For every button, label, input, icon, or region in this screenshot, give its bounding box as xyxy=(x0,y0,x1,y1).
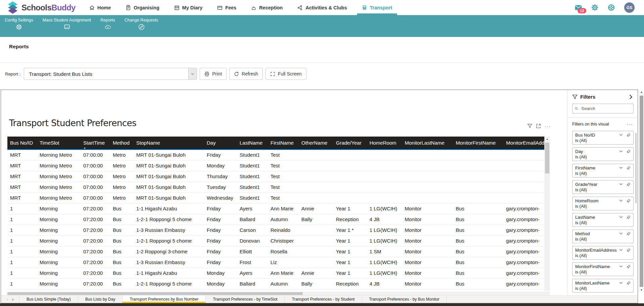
subnav-item-config-settings[interactable]: Config Settings xyxy=(4,15,34,40)
eraser-icon[interactable] xyxy=(627,248,631,252)
column-header-bus-no-id[interactable]: Bus No/ID xyxy=(7,137,37,149)
scroll-down-icon[interactable]: ▼ xyxy=(639,288,644,293)
visual-filter-icon[interactable] xyxy=(527,123,532,129)
column-header-homeroom[interactable]: HomeRoom xyxy=(367,137,402,149)
column-header-monitoremailaddress[interactable]: MonitorEmailAddress xyxy=(503,137,544,149)
user-avatar[interactable]: GS xyxy=(624,2,635,13)
scroll-up-icon[interactable]: ▲ xyxy=(639,90,644,95)
print-button[interactable]: Print xyxy=(200,68,227,80)
filters-more-options[interactable]: ··· xyxy=(627,123,633,125)
nav-item-organising[interactable]: Organising xyxy=(126,0,159,15)
table-vertical-scrollbar[interactable]: ▲ xyxy=(544,137,550,291)
filters-search-input[interactable] xyxy=(581,106,631,111)
focus-mode-icon[interactable] xyxy=(536,123,541,129)
table-scroll-thumb[interactable] xyxy=(545,143,549,173)
filter-card-firstname[interactable]: FirstNameis (All) xyxy=(572,164,634,177)
refresh-button[interactable]: Refresh xyxy=(229,68,263,80)
messages-button[interactable]: 13 xyxy=(575,4,582,11)
filter-condition: is (All) xyxy=(575,204,631,209)
tab-label: Transport Preferences - by TimeSlot xyxy=(213,297,277,302)
nav-item-fees[interactable]: Fees xyxy=(217,0,236,15)
cell-othername xyxy=(299,225,333,236)
subnav-item-reports[interactable]: Reports xyxy=(100,15,116,40)
tab-transport-preferences-by-timeslot[interactable]: Transport Preferences - by TimeSlot xyxy=(206,296,285,303)
chevron-down-icon[interactable] xyxy=(619,216,623,218)
nav-item-transport[interactable]: Transport xyxy=(362,0,392,15)
tab-bus-lists-simple-today[interactable]: Bus Lists Simple (Today) xyxy=(19,296,78,303)
eraser-icon[interactable] xyxy=(627,166,631,170)
help-button[interactable] xyxy=(608,4,615,11)
filter-card-monitorlastname[interactable]: MonitorLastNameis (All) xyxy=(572,279,634,293)
filters-scroll-thumb[interactable] xyxy=(635,133,637,203)
filter-card-grade-year[interactable]: Grade/Yearis (All) xyxy=(572,180,634,194)
filters-search-box[interactable] xyxy=(572,104,634,113)
column-header-starttime[interactable]: StartTime▲ xyxy=(81,137,110,149)
cell-monitoremailaddress xyxy=(503,150,544,160)
eraser-icon[interactable] xyxy=(627,182,631,187)
chevron-down-icon[interactable] xyxy=(619,282,623,284)
collapse-filters-icon[interactable] xyxy=(628,94,634,100)
brand-logo[interactable]: SchoolsBuddy xyxy=(6,1,76,14)
eraser-icon[interactable] xyxy=(627,215,631,219)
column-header-monitorfirstname[interactable]: MonitorFirstName xyxy=(453,137,503,149)
tab-transport-preferences-by-student[interactable]: Transport Preferences - by Student xyxy=(285,296,362,303)
cell-timeslot: Morning xyxy=(37,204,81,214)
chevron-down-icon[interactable] xyxy=(619,265,623,268)
subnav-item-mass-student-assignment[interactable]: Mass Student Assignment xyxy=(42,15,92,40)
column-header-stopname[interactable]: StopName xyxy=(134,137,204,149)
filter-card-monitoremailaddress[interactable]: MonitorEmailAddressis (All) xyxy=(572,246,634,260)
column-header-method[interactable]: Method xyxy=(110,137,134,149)
filter-card-monitorfirstname[interactable]: MonitorFirstNameis (All) xyxy=(572,262,634,276)
column-header-grade-year[interactable]: Grade/Year xyxy=(333,137,367,149)
column-header-othername[interactable]: OtherName xyxy=(299,137,333,149)
tab-prev-icon[interactable]: ‹ xyxy=(6,296,8,303)
subnav-item-change-requests[interactable]: Change Requests xyxy=(124,15,159,40)
fullscreen-button[interactable]: Full Screen xyxy=(265,68,306,80)
chevron-down-icon[interactable] xyxy=(619,166,623,169)
cell-monitorfirstname xyxy=(453,161,503,171)
column-header-firstname[interactable]: FirstName xyxy=(268,137,299,149)
eraser-icon[interactable] xyxy=(627,199,631,203)
filter-field-name: LastName xyxy=(575,215,595,220)
filter-condition: is (All) xyxy=(575,270,631,274)
nav-item-home[interactable]: Home xyxy=(89,0,111,15)
chevron-down-icon[interactable] xyxy=(619,199,623,202)
eraser-icon[interactable] xyxy=(627,281,631,285)
nav-item-reception[interactable]: Reception xyxy=(251,0,283,15)
chevron-down-icon[interactable] xyxy=(619,134,623,136)
table-horizontal-scrollbar[interactable] xyxy=(7,292,550,295)
tab-next-icon[interactable]: › xyxy=(12,296,14,303)
filter-card-method[interactable]: Methodis (All) xyxy=(572,230,634,243)
cell-grade-year: Year 1 xyxy=(333,204,367,214)
page-scrollbar[interactable]: ▲ ▼ xyxy=(639,90,644,293)
chevron-down-icon[interactable] xyxy=(619,150,623,153)
nav-item-activities-clubs[interactable]: Activities & Clubs xyxy=(297,0,347,15)
page-scroll-thumb[interactable] xyxy=(640,96,643,287)
filter-card-lastname[interactable]: LastNameis (All) xyxy=(572,213,634,227)
scroll-up-icon[interactable]: ▲ xyxy=(544,137,550,142)
eraser-icon[interactable] xyxy=(627,133,631,137)
filter-card-bus-no-id[interactable]: Bus No/IDis (All) xyxy=(572,131,634,145)
table-header-row: Bus No/IDTimeSlotStartTime▲MethodStopNam… xyxy=(7,137,544,150)
eraser-icon[interactable] xyxy=(627,264,631,269)
table-hscroll-thumb[interactable] xyxy=(7,292,303,295)
chevron-down-icon[interactable] xyxy=(619,232,623,235)
nav-item-my-diary[interactable]: My Diary xyxy=(174,0,202,15)
tab-transport-preferences-by-bus-number[interactable]: Transport Preferences by Bus Number xyxy=(122,296,206,303)
eraser-icon[interactable] xyxy=(627,149,631,154)
settings-button[interactable] xyxy=(591,4,598,11)
column-header-day[interactable]: Day xyxy=(204,137,237,149)
tab-bus-lists-by-day[interactable]: Bus Lists by Day xyxy=(78,296,122,303)
filter-card-header: MonitorEmailAddress xyxy=(575,247,631,253)
tab-transport-preferences-by-bus-monitor[interactable]: Transport Preferences - by Bus Monitor xyxy=(362,296,447,303)
filter-card-homeroom[interactable]: HomeRoomis (All) xyxy=(572,197,634,210)
column-header-lastname[interactable]: LastName xyxy=(237,137,268,149)
eraser-icon[interactable] xyxy=(627,232,631,236)
column-header-monitorlastname[interactable]: MonitorLastName xyxy=(402,137,453,149)
report-select[interactable]: Transport: Student Bus Lists xyxy=(24,68,197,80)
chevron-down-icon[interactable] xyxy=(619,249,623,251)
visual-more-options[interactable]: ··· xyxy=(545,125,551,128)
chevron-down-icon[interactable] xyxy=(619,183,623,186)
filter-card-day[interactable]: Dayis (All) xyxy=(572,147,634,161)
column-header-timeslot[interactable]: TimeSlot xyxy=(37,137,81,149)
